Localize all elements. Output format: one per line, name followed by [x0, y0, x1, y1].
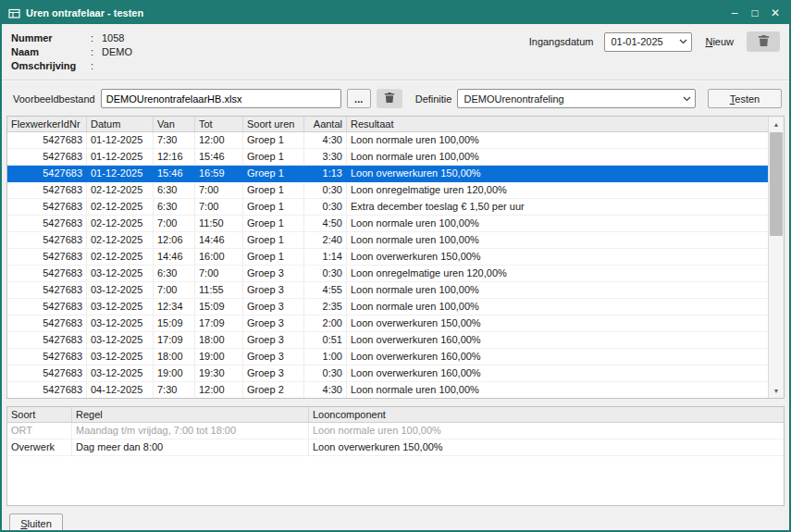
results-cell: 19:30 — [195, 365, 243, 381]
results-cell: 7:00 — [154, 216, 195, 231]
rules-row[interactable]: OverwerkDag meer dan 8:00Loon overwerkur… — [7, 439, 784, 456]
results-cell: 2:40 — [304, 232, 347, 248]
results-row[interactable]: 542768301-12-202515:4616:59Groep 11:13Lo… — [7, 166, 768, 182]
results-cell: Groep 1 — [243, 216, 304, 231]
column-header[interactable]: Datum — [87, 117, 154, 131]
results-row[interactable]: 542768302-12-20257:0011:50Groep 14:50Loo… — [7, 216, 768, 232]
naam-value: DEMO — [102, 45, 132, 59]
results-cell: Loon overwerkuren 150,00% — [347, 249, 768, 265]
results-cell: Groep 3 — [243, 365, 304, 381]
results-cell: 7:30 — [154, 132, 195, 148]
results-cell: 3:30 — [304, 149, 347, 165]
results-row[interactable]: 542768302-12-202514:4616:00Groep 11:14Lo… — [7, 249, 768, 266]
app-icon — [8, 7, 20, 19]
close-icon[interactable]: ✕ — [765, 4, 785, 22]
column-header[interactable]: Regel — [72, 407, 309, 422]
results-row[interactable]: 542768302-12-20256:307:00Groep 10:30Loon… — [7, 182, 768, 199]
results-cell: 0:30 — [304, 365, 347, 381]
ingangsdatum-select[interactable]: 01-01-2025 — [604, 32, 692, 52]
results-cell: 15:46 — [195, 149, 243, 165]
results-cell: Loon overwerkuren 160,00% — [347, 349, 768, 365]
trash-icon — [384, 92, 395, 106]
results-cell: 4:50 — [304, 216, 347, 231]
results-cell: 02-12-2025 — [87, 199, 154, 215]
results-row[interactable]: 542768302-12-20256:307:00Groep 10:30Extr… — [7, 199, 768, 216]
testen-button[interactable]: Testen — [708, 89, 782, 108]
results-row[interactable]: 542768302-12-202512:0614:46Groep 12:40Lo… — [7, 232, 768, 249]
results-cell: 14:46 — [154, 249, 195, 265]
scroll-up-icon[interactable]: ▲ — [769, 117, 784, 131]
results-cell: Groep 2 — [243, 382, 304, 398]
chevron-down-icon — [683, 96, 691, 102]
results-cell: 5427683 — [7, 199, 87, 215]
delete-file-button[interactable] — [377, 89, 402, 108]
naam-label: Naam — [11, 45, 91, 59]
delete-ingangsdatum-button[interactable] — [747, 31, 780, 52]
results-row[interactable]: 542768303-12-202512:3415:09Groep 32:35Lo… — [7, 299, 768, 315]
results-row[interactable]: 542768301-12-202512:1615:46Groep 13:30Lo… — [7, 149, 768, 166]
results-cell: 03-12-2025 — [87, 315, 154, 331]
rules-cell: ORT — [7, 423, 72, 439]
voorbeeldbestand-input[interactable] — [101, 89, 341, 108]
results-cell: Groep 1 — [243, 149, 304, 165]
results-table: FlexwerkerIdNr Datum Van Tot Soort uren … — [6, 116, 785, 399]
sluiten-button[interactable]: Sluiten — [9, 513, 63, 532]
results-cell: 4:30 — [304, 132, 347, 148]
results-cell: Loon overwerkuren 160,00% — [347, 365, 768, 381]
ingangsdatum-label: Ingangsdatum — [529, 36, 594, 47]
definitie-select[interactable]: DEMOUrenontrafeling — [457, 89, 696, 108]
results-cell: 15:09 — [195, 299, 243, 315]
rules-cell: Loon normale uren 100,00% — [309, 423, 784, 439]
results-row[interactable]: 542768304-12-20257:3012:00Groep 24:30Loo… — [7, 382, 768, 399]
results-cell: 03-12-2025 — [87, 299, 154, 315]
column-header[interactable]: Resultaat — [347, 117, 768, 131]
window-title: Uren ontrafelaar - testen — [26, 7, 724, 19]
nieuw-button[interactable]: Nieuw — [701, 34, 737, 49]
results-cell: 16:59 — [195, 166, 243, 181]
results-cell: Groep 1 — [243, 232, 304, 248]
column-header[interactable]: FlexwerkerIdNr — [7, 117, 87, 131]
maximize-icon[interactable]: □ — [745, 4, 765, 22]
results-cell: Loon normale uren 100,00% — [347, 382, 768, 398]
results-row[interactable]: 542768303-12-20256:307:00Groep 30:30Loon… — [7, 266, 768, 282]
minimize-icon[interactable]: – — [724, 4, 745, 22]
rules-cell: Maandag t/m vrijdag, 7:00 tot 18:00 — [72, 423, 309, 439]
column-header[interactable]: Looncomponent — [309, 407, 784, 422]
results-cell: 5427683 — [7, 216, 87, 231]
results-cell: 19:00 — [195, 349, 243, 365]
results-cell: 5427683 — [7, 182, 87, 198]
results-row[interactable]: 542768303-12-20257:0011:55Groep 34:55Loo… — [7, 282, 768, 299]
results-cell: 03-12-2025 — [87, 266, 154, 281]
results-cell: Groep 3 — [243, 299, 304, 315]
column-header[interactable]: Tot — [195, 117, 243, 131]
results-cell: Loon normale uren 100,00% — [347, 216, 768, 231]
results-row[interactable]: 542768303-12-202515:0917:09Groep 32:00Lo… — [7, 315, 768, 332]
scroll-thumb[interactable] — [770, 132, 783, 236]
results-cell: 4:30 — [304, 382, 347, 398]
results-cell: 03-12-2025 — [87, 349, 154, 365]
browse-button[interactable]: ... — [347, 89, 371, 108]
results-cell: Loon overwerkuren 160,00% — [347, 332, 768, 348]
column-header[interactable]: Aantal — [304, 117, 347, 131]
results-cell: 5427683 — [7, 282, 87, 298]
results-row[interactable]: 542768303-12-202517:0918:00Groep 30:51Lo… — [7, 332, 768, 349]
rules-cell: Loon overwerkuren 150,00% — [309, 439, 784, 455]
column-header[interactable]: Soort — [7, 407, 72, 422]
results-cell: 15:09 — [154, 315, 195, 331]
nummer-label: Nummer — [11, 31, 91, 45]
results-cell: 0:30 — [304, 266, 347, 281]
results-row[interactable]: 542768303-12-202518:0019:00Groep 31:00Lo… — [7, 349, 768, 365]
results-row[interactable]: 542768301-12-20257:3012:00Groep 14:30Loo… — [7, 132, 768, 149]
results-cell: 15:46 — [154, 166, 195, 181]
results-cell: 01-12-2025 — [87, 132, 154, 148]
vertical-scrollbar[interactable]: ▲ ▼ — [768, 117, 784, 398]
nieuw-button-label: Nieuw — [705, 36, 734, 47]
column-header[interactable]: Soort uren — [243, 117, 304, 131]
rules-cell: Dag meer dan 8:00 — [72, 439, 309, 455]
results-row[interactable]: 542768303-12-202519:0019:30Groep 30:30Lo… — [7, 365, 768, 382]
results-cell: Groep 1 — [243, 166, 304, 181]
rules-row[interactable]: ORTMaandag t/m vrijdag, 7:00 tot 18:00Lo… — [7, 423, 784, 439]
results-cell: Loon normale uren 100,00% — [347, 232, 768, 248]
column-header[interactable]: Van — [154, 117, 195, 131]
scroll-down-icon[interactable]: ▼ — [769, 383, 784, 398]
